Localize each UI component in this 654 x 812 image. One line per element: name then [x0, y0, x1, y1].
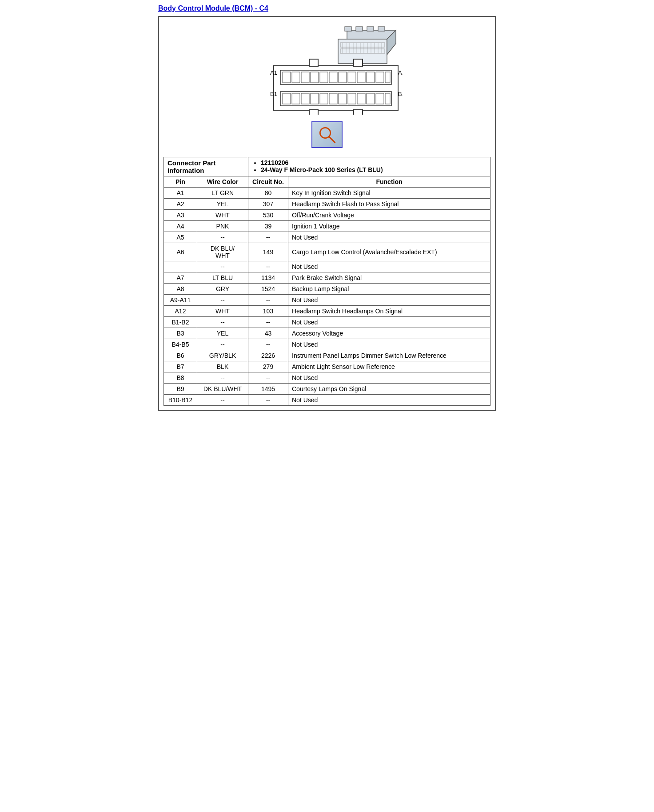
table-row: ----Not Used: [164, 261, 490, 272]
cell-function: Not Used: [288, 339, 490, 350]
magnify-button[interactable]: [311, 121, 343, 148]
table-row: B1-B2----Not Used: [164, 317, 490, 328]
cell-pin: A8: [164, 284, 197, 295]
svg-rect-37: [376, 72, 384, 83]
svg-rect-23: [354, 59, 363, 66]
page-title: Body Control Module (BCM) - C4: [158, 4, 496, 12]
diagram-area: A1 A12 B1 B12: [164, 21, 490, 155]
svg-rect-48: [357, 93, 365, 104]
svg-rect-22: [309, 59, 318, 66]
cell-circuit: 1134: [248, 272, 288, 284]
svg-rect-34: [348, 72, 356, 83]
cell-function: Park Brake Switch Signal: [288, 272, 490, 284]
cell-function: Accessory Voltage: [288, 328, 490, 339]
cell-pin: B6: [164, 350, 197, 361]
cell-wire: --: [197, 295, 248, 306]
cell-circuit: 1524: [248, 284, 288, 295]
cell-wire: LT GRN: [197, 188, 248, 199]
svg-point-53: [321, 129, 328, 136]
cell-function: Ambient Light Sensor Low Reference: [288, 361, 490, 372]
svg-rect-30: [311, 72, 319, 83]
cell-circuit: 1495: [248, 384, 288, 395]
header-wire: Wire Color: [197, 176, 248, 188]
cell-wire: DK BLU/WHT: [197, 243, 248, 261]
svg-rect-49: [367, 93, 375, 104]
svg-rect-43: [311, 93, 319, 104]
cell-circuit: 43: [248, 328, 288, 339]
cell-pin: A12: [164, 306, 197, 317]
cell-pin: B10-B12: [164, 395, 197, 406]
cell-circuit: 279: [248, 361, 288, 372]
table-row: A9-A11----Not Used: [164, 295, 490, 306]
table-row: B10-B12----Not Used: [164, 395, 490, 406]
cell-function: Backup Lamp Signal: [288, 284, 490, 295]
cell-circuit: --: [248, 339, 288, 350]
cell-pin: A4: [164, 221, 197, 232]
table-row: B3YEL43Accessory Voltage: [164, 328, 490, 339]
svg-rect-45: [329, 93, 337, 104]
table-row: B4-B5----Not Used: [164, 339, 490, 350]
svg-rect-38: [385, 72, 390, 83]
cell-function: Courtesy Lamps On Signal: [288, 384, 490, 395]
svg-line-54: [329, 137, 335, 143]
cell-wire: BLK: [197, 361, 248, 372]
svg-rect-41: [292, 93, 300, 104]
cell-pin: A9-A11: [164, 295, 197, 306]
svg-rect-24: [309, 110, 318, 115]
table-row: A3WHT530Off/Run/Crank Voltage: [164, 210, 490, 221]
svg-rect-17: [345, 27, 351, 31]
table-header-row: Pin Wire Color Circuit No. Function: [164, 176, 490, 188]
cell-circuit: --: [248, 232, 288, 243]
cell-circuit: 2226: [248, 350, 288, 361]
cell-pin: A5: [164, 232, 197, 243]
cell-circuit: 530: [248, 210, 288, 221]
cell-pin: B4-B5: [164, 339, 197, 350]
label-a1: A1: [270, 69, 277, 76]
cell-pin: B1-B2: [164, 317, 197, 328]
cell-pin: B7: [164, 361, 197, 372]
cell-function: Off/Run/Crank Voltage: [288, 210, 490, 221]
header-pin: Pin: [164, 176, 197, 188]
cell-wire: PNK: [197, 221, 248, 232]
table-row: B8----Not Used: [164, 372, 490, 384]
svg-rect-27: [283, 72, 291, 83]
table-row: A12WHT103Headlamp Switch Headlamps On Si…: [164, 306, 490, 317]
cell-function: Key In Ignition Switch Signal: [288, 188, 490, 199]
cell-pin: B9: [164, 384, 197, 395]
cell-circuit: 307: [248, 199, 288, 210]
cell-pin: A1: [164, 188, 197, 199]
cell-function: Not Used: [288, 372, 490, 384]
cell-function: Cargo Lamp Low Control (Avalanche/Escala…: [288, 243, 490, 261]
cell-function: Ignition 1 Voltage: [288, 221, 490, 232]
table-row: A5----Not Used: [164, 232, 490, 243]
table-row: B9DK BLU/WHT1495Courtesy Lamps On Signal: [164, 384, 490, 395]
cell-wire: DK BLU/WHT: [197, 384, 248, 395]
cell-circuit: --: [248, 295, 288, 306]
cell-pin: A2: [164, 199, 197, 210]
svg-rect-44: [320, 93, 328, 104]
svg-rect-28: [292, 72, 300, 83]
cell-function: Not Used: [288, 261, 490, 272]
svg-rect-36: [367, 72, 375, 83]
cell-pin: A3: [164, 210, 197, 221]
cell-wire: LT BLU: [197, 272, 248, 284]
cell-circuit: 149: [248, 243, 288, 261]
main-content: A1 A12 B1 B12 Connector Part Information: [158, 16, 496, 411]
svg-rect-25: [354, 110, 363, 115]
cell-wire: WHT: [197, 210, 248, 221]
svg-rect-31: [320, 72, 328, 83]
label-b1: B1: [270, 91, 277, 97]
connector-info-row: Connector Part Information 12110206 24-W…: [164, 157, 490, 176]
cell-circuit: --: [248, 317, 288, 328]
svg-rect-50: [376, 93, 384, 104]
cell-circuit: --: [248, 372, 288, 384]
connector-diagram: A1 A12 B1 B12: [251, 26, 403, 115]
cell-pin: A6: [164, 243, 197, 261]
svg-rect-29: [301, 72, 309, 83]
svg-rect-42: [301, 93, 309, 104]
cell-pin: B8: [164, 372, 197, 384]
table-row: B6GRY/BLK2226Instrument Panel Lamps Dimm…: [164, 350, 490, 361]
cell-wire: WHT: [197, 306, 248, 317]
cell-wire: --: [197, 339, 248, 350]
cell-circuit: --: [248, 395, 288, 406]
